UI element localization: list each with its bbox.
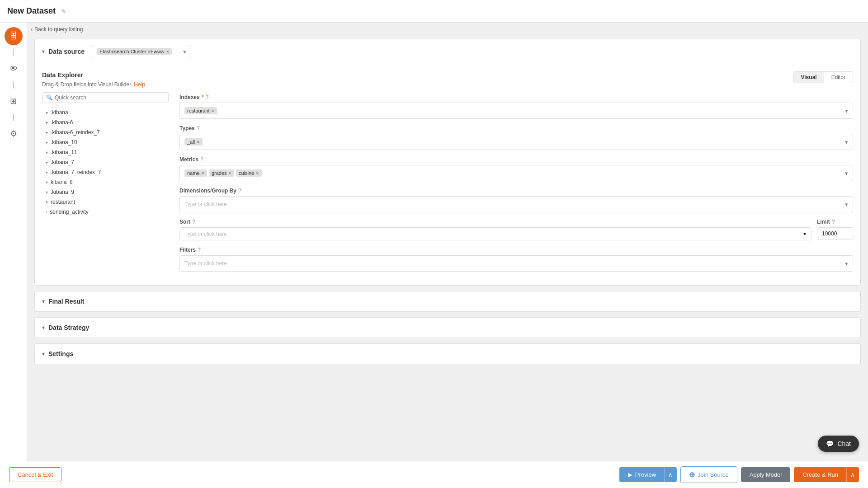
indexes-dropdown-arrow: ▾ [845,108,848,114]
tree-item[interactable]: ▾.kibana_7_reindex_7 [42,167,169,177]
sidebar-connector-1 [13,49,14,56]
filters-row: Filters ? Type or click here ▾ [179,247,853,272]
cancel-exit-button[interactable]: Cancel & Exit [9,467,61,482]
datasource-panel: ▾ Data source Elasticsearch Cluster nEww… [34,39,861,286]
sidebar-icon-eye[interactable]: 👁 [5,60,23,78]
type-tag-all-remove[interactable]: × [197,139,199,145]
datasource-selector-wrapper: Elasticsearch Cluster nEwww × ▾ [92,45,191,58]
index-tag-restaurant: restaurant × [184,107,217,114]
types-dropdown-arrow: ▾ [845,139,848,145]
sidebar-icon-gear[interactable]: ⚙ [5,125,23,143]
metric-tag-grades: grades × [209,169,234,177]
tree-item[interactable]: ▾.kibana_7 [42,157,169,167]
chat-button[interactable]: 💬 Chat [818,436,859,452]
settings-title: Settings [48,350,73,357]
datasource-toggle-icon: ▾ [42,48,45,55]
create-run-button[interactable]: Create & Run [794,467,846,482]
type-tag-all: _all × [184,138,203,145]
chat-icon: 💬 [826,440,834,447]
dimensions-row: Dimensions/Group By ? Type or click here… [179,188,853,212]
tree-item[interactable]: ▾.kibana_11 [42,147,169,157]
sort-dropdown-arrow: ▾ [803,230,807,237]
filters-placeholder: Type or click here [184,260,227,267]
sidebar-connector-2 [13,81,14,89]
limit-group: Limit ? [817,219,853,240]
types-row: Types ? _all × ▾ [179,125,853,150]
create-run-btn-group: Create & Run ∧ [794,467,859,482]
final-result-title: Final Result [48,298,84,305]
join-source-icon: ⊕ [689,470,695,479]
metric-tag-name-remove[interactable]: × [202,170,204,176]
tree-item[interactable]: ▾.kibana-6_reindex_7 [42,127,169,137]
quick-search-input[interactable] [55,94,165,101]
sort-input[interactable]: Type or click here ▾ [179,227,811,240]
bottom-toolbar: Cancel & Exit ▶ Preview ∧ ⊕ Join Source … [0,461,868,488]
tree-item[interactable]: ▾.kibana_10 [42,137,169,147]
tree-item[interactable]: ▾kibana_8 [42,177,169,187]
back-link[interactable]: ‹ Back to query listing [31,26,83,33]
filters-dropdown-arrow: ▾ [845,260,848,267]
metric-tag-cuisine-remove[interactable]: × [256,170,259,176]
metrics-row: Metrics ? name × grades × [179,156,853,181]
quick-search-box: 🔍 [42,92,169,103]
indexes-help-icon[interactable]: ? [205,94,208,100]
join-source-button[interactable]: ⊕ Join Source [680,466,737,483]
dimensions-help-icon[interactable]: ? [238,188,241,194]
types-help-icon[interactable]: ? [197,125,200,131]
apply-model-button[interactable]: Apply Model [741,467,791,482]
indexes-input[interactable]: restaurant × ▾ [179,103,853,119]
metric-tag-cuisine: cuisine × [236,169,262,177]
back-link-label: Back to query listing [34,26,83,33]
tree-item[interactable]: ›sending_activity [42,207,169,217]
sort-help-icon[interactable]: ? [192,219,195,225]
view-toggle-editor[interactable]: Editor [824,72,853,83]
filters-label: Filters ? [179,247,853,253]
final-result-header[interactable]: ▾ Final Result [35,291,860,311]
datasource-tag-remove[interactable]: × [166,49,169,54]
dimensions-label: Dimensions/Group By ? [179,188,853,194]
help-link[interactable]: Help [134,81,145,88]
view-toggle-visual[interactable]: Visual [794,72,824,83]
search-icon: 🔍 [46,94,53,101]
preview-button[interactable]: ▶ Preview [619,467,664,482]
back-arrow-icon: ‹ [31,26,33,33]
dimensions-dropdown-arrow: ▾ [845,201,848,208]
metrics-help-icon[interactable]: ? [200,156,203,163]
limit-input[interactable] [817,227,853,240]
datasource-dropdown[interactable]: Elasticsearch Cluster nEwww × ▾ [92,45,191,58]
filters-help-icon[interactable]: ? [198,247,201,253]
data-strategy-header[interactable]: ▾ Data Strategy [35,318,860,338]
filters-input[interactable]: Type or click here ▾ [179,255,853,272]
sort-limit-row: Sort ? Type or click here ▾ Limit [179,219,853,240]
sidebar-icon-table[interactable]: ⊞ [5,92,23,110]
tree-item[interactable]: ▾.kibana-6 [42,117,169,127]
data-strategy-title: Data Strategy [48,324,89,331]
settings-header[interactable]: ▾ Settings [35,344,860,364]
metrics-input[interactable]: name × grades × cuisine × ▾ [179,165,853,181]
tree-item[interactable]: ▾restaurant [42,197,169,207]
metric-tag-grades-remove[interactable]: × [229,170,231,176]
settings-panel: ▾ Settings [34,343,861,364]
tree-item[interactable]: ▾.kibana_9 [42,187,169,197]
sort-placeholder: Type or click here [184,231,803,237]
indexes-label: Indexes* ? [179,94,853,100]
limit-help-icon[interactable]: ? [832,219,835,225]
tree-item[interactable]: ▾.kibana [42,108,169,117]
create-run-dropdown-button[interactable]: ∧ [846,467,859,482]
sort-label: Sort ? [179,219,811,225]
app-title: New Dataset [7,6,56,16]
metrics-dropdown-arrow: ▾ [845,170,848,177]
query-builder-header: Visual Editor [179,71,853,90]
datasource-section-header[interactable]: ▾ Data source Elasticsearch Cluster nEww… [35,39,860,64]
dimensions-input[interactable]: Type or click here ▾ [179,196,853,212]
sort-group: Sort ? Type or click here ▾ [179,219,811,240]
index-tag-restaurant-remove[interactable]: × [212,108,214,113]
preview-btn-group: ▶ Preview ∧ [619,467,677,482]
types-input[interactable]: _all × ▾ [179,134,853,150]
settings-toggle-icon: ▾ [42,351,45,357]
edit-title-icon[interactable]: ✎ [61,8,66,15]
metric-tag-name: name × [184,169,207,177]
preview-expand-button[interactable]: ∧ [664,467,677,482]
datasource-dropdown-arrow: ▾ [183,48,186,55]
sidebar-icon-database[interactable]: 🗄 [5,27,23,45]
